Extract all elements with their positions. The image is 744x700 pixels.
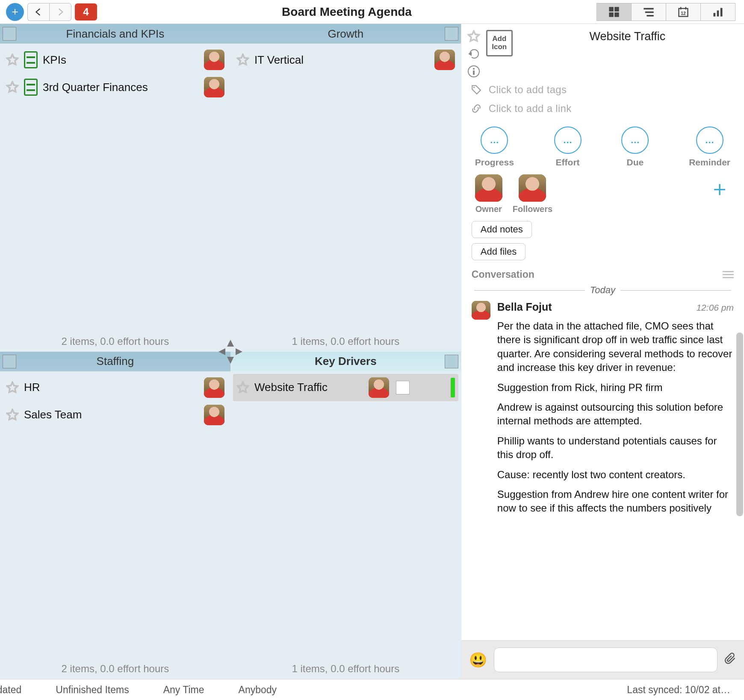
star-icon[interactable] <box>467 30 480 43</box>
star-icon[interactable] <box>236 381 249 394</box>
avatar[interactable] <box>434 50 455 70</box>
quadrant-header-staffing[interactable]: Staffing <box>0 352 230 371</box>
card-website-traffic[interactable]: Website Traffic <box>233 374 458 401</box>
status-anybody[interactable]: Anybody <box>234 684 281 696</box>
svg-rect-6 <box>647 15 653 17</box>
scrollbar-thumb[interactable] <box>736 332 743 516</box>
svg-rect-21 <box>473 71 475 75</box>
message-paragraph: Phillip wants to understand potentials c… <box>497 434 734 462</box>
star-icon[interactable] <box>236 53 249 66</box>
card-it-vertical[interactable]: IT Vertical <box>233 46 458 74</box>
add-files-button[interactable]: Add files <box>472 243 526 260</box>
view-calendar-button[interactable]: 12 <box>666 3 701 21</box>
card-finances[interactable]: 3rd Quarter Finances <box>3 74 228 101</box>
quadrant-footer: 2 items, 0.0 effort hours <box>0 333 230 352</box>
card-sales-team[interactable]: Sales Team <box>3 401 228 429</box>
reminder-button[interactable]: … <box>696 126 723 154</box>
svg-rect-3 <box>614 12 619 17</box>
svg-rect-9 <box>685 7 686 9</box>
prop-label: Effort <box>556 157 580 168</box>
nav-back-button[interactable] <box>27 3 49 21</box>
svg-rect-11 <box>714 13 716 16</box>
detail-title[interactable]: Website Traffic <box>519 30 736 78</box>
avatar[interactable] <box>204 50 224 70</box>
conversation-menu-icon[interactable] <box>723 271 734 278</box>
star-icon[interactable] <box>6 81 19 94</box>
person-label: Followers <box>513 204 552 214</box>
nav-forward-button[interactable] <box>49 3 71 21</box>
link-row[interactable]: Click to add a link <box>461 99 744 118</box>
card-title: Website Traffic <box>254 381 328 394</box>
owner-avatar[interactable] <box>475 174 502 202</box>
quadrant-header-financials[interactable]: Financials and KPIs <box>0 24 230 44</box>
svg-rect-12 <box>717 10 719 16</box>
status-unfinished[interactable]: Unfinished Items <box>51 684 133 696</box>
attachment-button[interactable] <box>724 652 736 668</box>
conversation-label: Conversation <box>472 269 534 280</box>
link-icon <box>471 103 482 114</box>
add-button[interactable]: + <box>6 3 24 21</box>
tags-row[interactable]: Click to add tags <box>461 80 744 99</box>
svg-rect-4 <box>644 8 653 9</box>
star-icon[interactable] <box>6 53 19 66</box>
card-checkbox[interactable] <box>396 381 410 394</box>
prop-label: Progress <box>475 157 514 168</box>
quadrant-header-key-drivers[interactable]: Key Drivers <box>230 352 461 371</box>
undo-icon[interactable] <box>467 49 480 59</box>
view-grid-button[interactable] <box>596 3 632 21</box>
status-anytime[interactable]: Any Time <box>159 684 209 696</box>
avatar[interactable] <box>369 377 389 398</box>
tag-icon <box>471 84 482 95</box>
quadrant-collapse-toggle[interactable] <box>3 355 16 368</box>
add-notes-button[interactable]: Add notes <box>472 221 532 238</box>
due-button[interactable]: … <box>621 126 649 154</box>
quadrant-header-growth[interactable]: Growth <box>230 24 461 44</box>
status-updated[interactable]: pdated <box>0 684 26 696</box>
effort-button[interactable]: … <box>554 126 582 154</box>
selection-indicator <box>451 378 455 397</box>
detail-panel: Add Icon Website Traffic Click to add ta… <box>461 24 744 679</box>
status-bar: pdated Unfinished Items Any Time Anybody… <box>0 679 744 700</box>
page-title: Board Meeting Agenda <box>97 5 596 19</box>
card-kpis[interactable]: KPIs <box>3 46 228 74</box>
add-person-button[interactable]: ＋ <box>709 174 730 203</box>
star-icon[interactable] <box>6 409 19 421</box>
message-paragraph: Cause: recently lost two content creator… <box>497 468 734 482</box>
progress-button[interactable]: … <box>481 126 508 154</box>
quadrant-title: Growth <box>328 27 363 41</box>
card-title: Sales Team <box>24 408 82 421</box>
message-paragraph: Suggestion from Andrew hire one content … <box>497 488 734 515</box>
notification-count-badge[interactable]: 4 <box>75 3 97 21</box>
tags-placeholder: Click to add tags <box>489 84 567 96</box>
avatar[interactable] <box>204 77 224 97</box>
emoji-button[interactable]: 😃 <box>469 651 487 668</box>
avatar[interactable] <box>204 377 224 398</box>
quadrant-footer: 1 items, 0.0 effort hours <box>230 660 461 679</box>
card-hr[interactable]: HR <box>3 374 228 401</box>
message-paragraph: Andrew is against outsourcing this solut… <box>497 400 734 428</box>
view-list-button[interactable] <box>632 3 666 21</box>
svg-rect-8 <box>680 7 681 9</box>
info-icon[interactable] <box>467 65 480 78</box>
card-title: KPIs <box>43 53 66 67</box>
quadrant-collapse-toggle[interactable] <box>445 355 458 368</box>
board-grid: Financials and KPIs KPIs 3rd Quarter Fin… <box>0 24 461 679</box>
compose-input[interactable] <box>494 647 717 672</box>
star-icon[interactable] <box>6 381 19 394</box>
avatar[interactable] <box>204 405 224 425</box>
follower-avatar[interactable] <box>519 174 546 202</box>
svg-rect-0 <box>609 7 614 11</box>
message-avatar[interactable] <box>472 301 490 320</box>
svg-rect-2 <box>609 12 614 17</box>
message-time: 12:06 pm <box>696 303 734 313</box>
view-chart-button[interactable] <box>701 3 735 21</box>
quadrant-collapse-toggle[interactable] <box>3 27 16 41</box>
svg-rect-1 <box>614 7 619 11</box>
status-last-synced: Last synced: 10/02 at… <box>623 684 744 696</box>
prop-label: Due <box>627 157 644 168</box>
quadrant-title: Financials and KPIs <box>66 27 165 41</box>
quadrant-collapse-toggle[interactable] <box>445 27 458 41</box>
quadrant-title: Key Drivers <box>315 355 377 368</box>
add-icon-button[interactable]: Add Icon <box>486 30 513 56</box>
quadrant-title: Staffing <box>97 355 134 368</box>
